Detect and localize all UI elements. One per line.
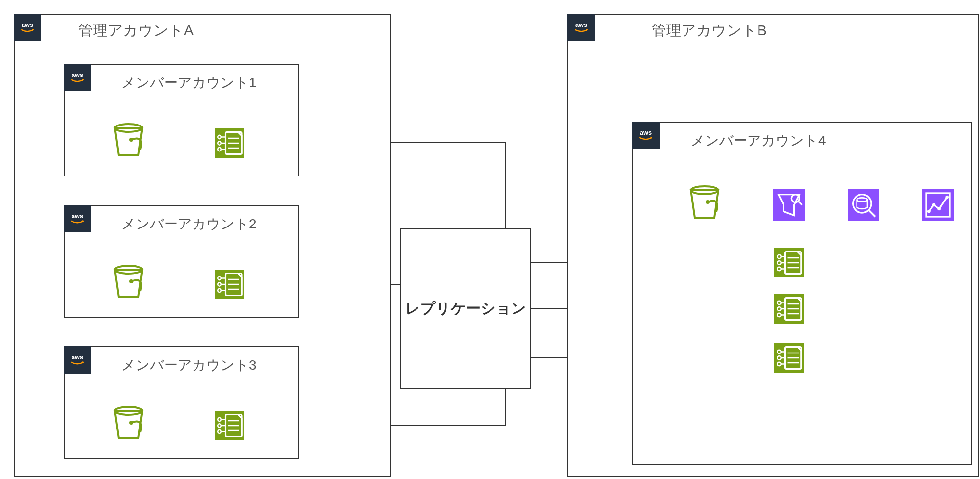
svg-point-69 <box>777 267 781 271</box>
svg-point-89 <box>777 362 781 366</box>
member-4-box <box>632 122 972 465</box>
svg-point-18 <box>218 141 221 145</box>
aws-logo-icon: aws <box>64 346 91 374</box>
member-1-title: メンバーアカウント1 <box>122 74 257 92</box>
svg-text:aws: aws <box>22 21 33 28</box>
bucket-object-icon <box>215 270 244 299</box>
member-3-title: メンバーアカウント3 <box>122 356 257 375</box>
svg-point-60 <box>932 203 936 207</box>
aws-logo-icon: aws <box>567 14 595 41</box>
s3-bucket-icon <box>109 403 148 442</box>
aws-glue-icon <box>773 189 805 221</box>
svg-text:aws: aws <box>72 71 83 78</box>
svg-point-61 <box>937 207 941 211</box>
svg-point-67 <box>777 255 781 259</box>
s3-bucket-icon <box>109 262 148 301</box>
svg-text:aws: aws <box>575 21 587 28</box>
svg-point-30 <box>218 277 221 280</box>
svg-line-54 <box>798 201 802 205</box>
svg-point-88 <box>777 356 781 360</box>
amazon-quicksight-icon <box>922 189 954 221</box>
bucket-object-icon <box>215 128 244 158</box>
svg-line-57 <box>869 210 875 217</box>
svg-text:aws: aws <box>72 353 83 361</box>
bucket-object-icon <box>774 248 804 277</box>
aws-logo-icon: aws <box>64 205 91 232</box>
replication-label: レプリケーション <box>405 299 526 319</box>
svg-point-77 <box>777 301 781 305</box>
replication-box: レプリケーション <box>400 228 531 389</box>
svg-point-56 <box>857 198 867 202</box>
svg-point-43 <box>218 418 221 422</box>
svg-point-59 <box>927 210 931 213</box>
svg-point-45 <box>218 430 221 434</box>
member-4-title: メンバーアカウント4 <box>691 131 826 150</box>
aws-logo-icon: aws <box>632 122 660 149</box>
svg-point-78 <box>777 307 781 311</box>
svg-point-52 <box>706 200 710 204</box>
svg-point-38 <box>129 421 133 425</box>
svg-point-62 <box>945 196 949 199</box>
account-b-title: 管理アカウントB <box>652 21 767 41</box>
bucket-object-icon <box>215 411 244 440</box>
amazon-athena-icon <box>848 189 879 221</box>
s3-bucket-icon <box>685 182 724 222</box>
svg-point-79 <box>777 313 781 317</box>
svg-point-17 <box>218 135 221 139</box>
svg-point-44 <box>218 424 221 428</box>
svg-point-12 <box>129 138 133 142</box>
svg-point-32 <box>218 289 221 293</box>
s3-bucket-icon <box>109 120 148 159</box>
aws-logo-icon: aws <box>64 64 91 91</box>
member-2-title: メンバーアカウント2 <box>122 215 257 233</box>
svg-point-87 <box>777 350 781 354</box>
svg-text:aws: aws <box>640 129 652 136</box>
account-a-title: 管理アカウントA <box>78 21 194 41</box>
svg-point-68 <box>777 261 781 265</box>
svg-point-19 <box>218 148 221 151</box>
svg-text:aws: aws <box>72 212 83 220</box>
svg-point-31 <box>218 282 221 286</box>
bucket-object-icon <box>774 294 804 324</box>
svg-point-25 <box>129 279 133 283</box>
bucket-object-icon <box>774 343 804 373</box>
aws-logo-icon: aws <box>14 14 41 41</box>
